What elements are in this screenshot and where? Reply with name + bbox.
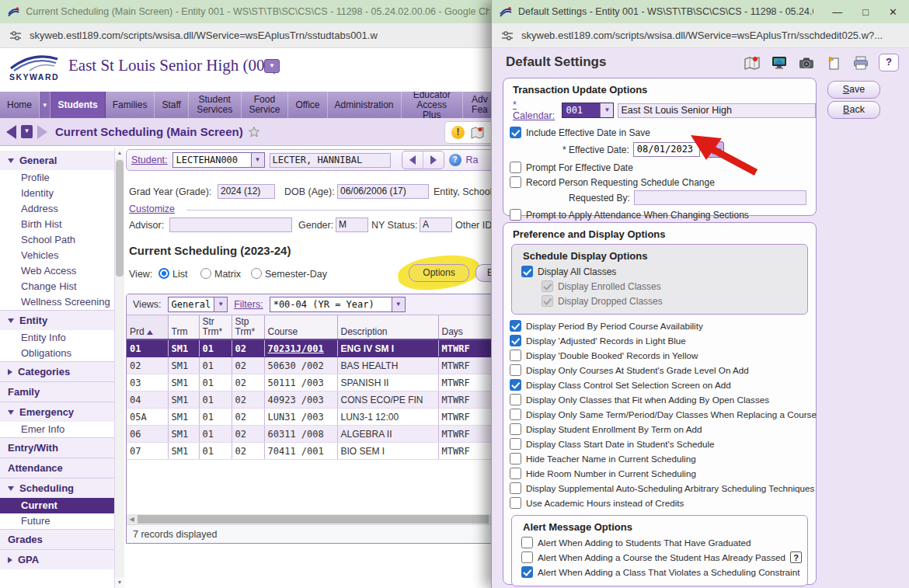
col-trm[interactable]: Trm: [168, 315, 199, 339]
sidebar-item-change-hist[interactable]: Change Hist: [0, 279, 114, 294]
main-titlebar[interactable]: Current Scheduling (Main Screen) - Entit…: [0, 0, 497, 23]
table-row[interactable]: 05ASM10102LUN31 /003LUN3-1 12:00MTWRF: [127, 409, 496, 426]
checkbox-label[interactable]: Record Person Requesting Schedule Change: [526, 177, 715, 188]
col-description[interactable]: Description: [337, 315, 438, 339]
tab-home[interactable]: Home: [0, 92, 40, 118]
chevron-down-icon[interactable]: ▼: [214, 297, 227, 311]
back-arrow-icon[interactable]: [6, 125, 16, 139]
tab-student-services[interactable]: Student Services: [189, 92, 242, 118]
display-option-checkbox[interactable]: [510, 468, 521, 479]
display-option-checkbox[interactable]: [510, 482, 521, 494]
checkbox-label[interactable]: Display 'Double Booked' Records in Yello…: [526, 350, 698, 360]
checkbox-label[interactable]: Display 'Adjusted' Records in Light Blue: [526, 336, 686, 346]
checkbox-label[interactable]: Hide Room Number in Current Scheduling: [526, 468, 696, 478]
history-dropdown-icon[interactable]: ▼: [21, 125, 33, 138]
tab-food-service[interactable]: Food Service: [242, 92, 289, 118]
sidebar-section-categories[interactable]: Categories: [0, 361, 114, 381]
sidebar-item-current[interactable]: Current: [0, 498, 114, 513]
col-course[interactable]: Course: [264, 315, 337, 339]
site-settings-icon[interactable]: [9, 30, 22, 42]
sidebar-section-family[interactable]: Family: [0, 381, 114, 402]
sidebar-item-school-path[interactable]: School Path: [0, 232, 114, 248]
checkbox-label[interactable]: Display Class Control Set Selection Scre…: [526, 380, 731, 390]
table-row[interactable]: 03SM1010250111 /003SPANISH IIMTWRF: [127, 374, 496, 391]
warning-icon[interactable]: !: [451, 126, 465, 139]
next-student-icon[interactable]: [423, 151, 444, 169]
views-select[interactable]: General▼: [168, 297, 228, 312]
forward-arrow-icon[interactable]: [37, 125, 47, 139]
alert-constraint-checkbox[interactable]: [521, 566, 533, 578]
checkbox-label[interactable]: Alert When Adding to Students That Have …: [538, 538, 751, 548]
radio-semester-day-label[interactable]: Semester-Day: [265, 269, 327, 280]
sidebar-item-future[interactable]: Future: [0, 513, 114, 529]
sidebar-section-general[interactable]: General: [0, 151, 114, 170]
table-row[interactable]: 04SM1010240923 /003CONS ECO/PE FINMTWRF: [127, 391, 496, 409]
sidebar-section-gpa[interactable]: GPA: [0, 549, 114, 569]
chevron-down-icon[interactable]: ▼: [392, 297, 405, 311]
help-icon[interactable]: ?: [790, 551, 802, 563]
display-option-checkbox[interactable]: [510, 364, 521, 376]
col-prd[interactable]: Prd: [127, 315, 168, 339]
col-stp-trm[interactable]: Stp Trm*: [232, 315, 264, 339]
tab-office[interactable]: Office: [288, 92, 327, 118]
prompt-effective-date-checkbox[interactable]: [510, 162, 521, 173]
checkbox-label[interactable]: Display Student Enrollment By Term on Ad…: [526, 424, 702, 434]
sidebar-section-grades[interactable]: Grades: [0, 529, 114, 549]
calendar-link[interactable]: * Calendar:: [513, 99, 558, 121]
table-row[interactable]: 02SM1010250630 /002BAS HEALTHMTWRF: [127, 357, 496, 374]
table-row[interactable]: 06SM1010260311 /008ALGEBRA IIMTWRF: [127, 426, 496, 443]
sidebar-section-entry-with[interactable]: Entry/With: [0, 437, 114, 458]
main-urlbar[interactable]: skyweb.estl189.com/scripts/wsisa.dll/WSe…: [0, 23, 497, 48]
checkbox-label[interactable]: Display Class Start Date in Student's Sc…: [526, 439, 715, 449]
sidebar-item-wellness-screening[interactable]: Wellness Screening: [0, 294, 114, 310]
display-option-checkbox[interactable]: [510, 379, 521, 391]
checkbox-label[interactable]: Include Effective Date in Save: [526, 127, 650, 138]
popup-titlebar[interactable]: Default Settings - Entity 001 - WS\ST\TB…: [492, 0, 909, 23]
tab-staff[interactable]: Staff: [155, 92, 188, 118]
checkbox-label[interactable]: Use Academic Hours instead of Credits: [526, 498, 684, 508]
camera-icon[interactable]: [797, 54, 816, 71]
calendar-select[interactable]: 001▼: [562, 103, 614, 118]
map-pin-icon[interactable]: [743, 54, 761, 71]
site-settings-icon[interactable]: [501, 30, 514, 42]
radio-semester-day[interactable]: [251, 268, 262, 279]
sidebar-item-obligations[interactable]: Obligations: [0, 346, 114, 361]
sidebar-item-birth-hist[interactable]: Birth Hist: [0, 217, 114, 232]
table-row[interactable]: 07SM1010270411 /001BIO SEM IMTWRF: [127, 443, 496, 460]
sidebar-item-emer-info[interactable]: Emer Info: [0, 422, 114, 437]
checkbox-label[interactable]: Display Only Courses At Student's Grade …: [526, 365, 749, 375]
display-option-checkbox[interactable]: [510, 320, 521, 332]
minimize-icon[interactable]: —: [832, 6, 842, 18]
checkbox-label[interactable]: Alert When Adding a Course the Student H…: [538, 552, 785, 562]
alert-graduated-checkbox[interactable]: [521, 537, 533, 548]
sidebar-scrollbar[interactable]: ▲ ▼: [115, 148, 124, 588]
sidebar-section-emergency[interactable]: Emergency: [0, 402, 114, 422]
monitor-icon[interactable]: [770, 54, 789, 71]
map-icon[interactable]: [471, 127, 485, 139]
sidebar-section-entity[interactable]: Entity: [0, 310, 114, 330]
options-button[interactable]: Options: [409, 264, 469, 282]
checkbox-label[interactable]: Alert When Adding a Class That Violates …: [538, 567, 799, 577]
range-text[interactable]: Ra: [466, 155, 479, 165]
checkbox-label[interactable]: Hide Teacher Name in Current Scheduling: [526, 454, 696, 464]
tab-educator-access-plus[interactable]: Educator Access Plus: [402, 92, 463, 118]
tab-administration[interactable]: Administration: [328, 92, 402, 118]
print-icon[interactable]: [852, 54, 870, 71]
save-button[interactable]: Save: [827, 81, 880, 99]
radio-matrix[interactable]: [200, 268, 211, 279]
back-button[interactable]: Back: [827, 101, 880, 119]
sidebar-item-identity[interactable]: Identity: [0, 186, 114, 201]
tab-students[interactable]: Students: [50, 92, 105, 118]
display-option-checkbox[interactable]: [510, 350, 521, 361]
checkbox-label[interactable]: Display Period By Period Course Availabi…: [526, 321, 703, 331]
radio-list-label[interactable]: List: [172, 269, 187, 280]
tab-families[interactable]: Families: [106, 92, 155, 118]
sidebar-item-vehicles[interactable]: Vehicles: [0, 248, 114, 263]
checkbox-label[interactable]: Display All Classes: [538, 266, 616, 277]
filters-link[interactable]: Filters:: [234, 299, 263, 310]
col-str-trm[interactable]: Str Trm*: [199, 315, 232, 339]
scroll-left-icon[interactable]: ◀: [127, 514, 137, 524]
popup-urlbar[interactable]: skyweb.estl189.com/scripts/wsisa.dll/WSe…: [492, 23, 909, 48]
close-icon[interactable]: ✕: [889, 6, 897, 18]
display-all-classes-checkbox[interactable]: [521, 266, 533, 277]
